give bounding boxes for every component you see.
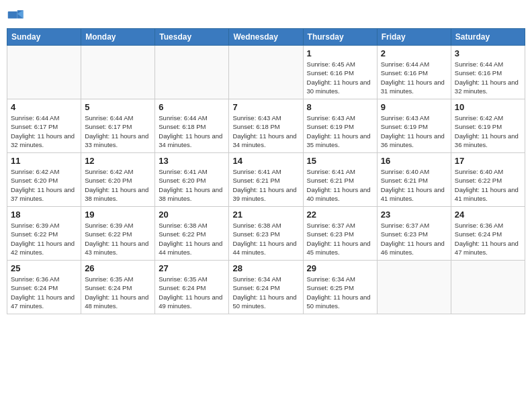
week-row-1: 1Sunrise: 6:45 AM Sunset: 6:16 PM Daylig…: [7, 46, 525, 99]
logo-icon: [7, 7, 26, 26]
day-info: Sunrise: 6:36 AM Sunset: 6:24 PM Dayligh…: [11, 275, 77, 310]
calendar-cell: 13Sunrise: 6:41 AM Sunset: 6:20 PM Dayli…: [155, 153, 229, 207]
day-info: Sunrise: 6:45 AM Sunset: 6:16 PM Dayligh…: [307, 60, 373, 95]
calendar-cell: 23Sunrise: 6:37 AM Sunset: 6:23 PM Dayli…: [377, 207, 451, 261]
calendar-cell: 14Sunrise: 6:41 AM Sunset: 6:21 PM Dayli…: [229, 153, 303, 207]
calendar-cell: 4Sunrise: 6:44 AM Sunset: 6:17 PM Daylig…: [7, 99, 81, 153]
calendar-cell: 16Sunrise: 6:40 AM Sunset: 6:21 PM Dayli…: [377, 153, 451, 207]
calendar-cell: 6Sunrise: 6:44 AM Sunset: 6:18 PM Daylig…: [155, 99, 229, 153]
day-info: Sunrise: 6:37 AM Sunset: 6:23 PM Dayligh…: [381, 221, 447, 257]
calendar-cell: 11Sunrise: 6:42 AM Sunset: 6:20 PM Dayli…: [7, 153, 81, 207]
day-info: Sunrise: 6:42 AM Sunset: 6:20 PM Dayligh…: [11, 167, 77, 203]
calendar-cell: 20Sunrise: 6:38 AM Sunset: 6:22 PM Dayli…: [155, 207, 229, 261]
column-header-wednesday: Wednesday: [229, 29, 303, 46]
day-number: 9: [381, 102, 447, 112]
day-info: Sunrise: 6:41 AM Sunset: 6:20 PM Dayligh…: [159, 167, 225, 203]
calendar-cell: 18Sunrise: 6:39 AM Sunset: 6:22 PM Dayli…: [7, 207, 81, 261]
calendar-cell: 8Sunrise: 6:43 AM Sunset: 6:19 PM Daylig…: [303, 99, 377, 153]
day-info: Sunrise: 6:43 AM Sunset: 6:18 PM Dayligh…: [232, 113, 299, 149]
calendar-cell: 27Sunrise: 6:35 AM Sunset: 6:24 PM Dayli…: [155, 261, 229, 314]
day-info: Sunrise: 6:36 AM Sunset: 6:24 PM Dayligh…: [455, 221, 521, 257]
day-number: 20: [159, 210, 225, 220]
day-info: Sunrise: 6:40 AM Sunset: 6:22 PM Dayligh…: [455, 167, 521, 203]
day-info: Sunrise: 6:44 AM Sunset: 6:17 PM Dayligh…: [85, 113, 151, 149]
calendar-cell: [377, 261, 451, 314]
calendar-cell: 25Sunrise: 6:36 AM Sunset: 6:24 PM Dayli…: [7, 261, 81, 314]
day-info: Sunrise: 6:37 AM Sunset: 6:23 PM Dayligh…: [307, 221, 373, 257]
day-number: 18: [11, 210, 77, 220]
logo: [7, 7, 27, 26]
calendar-cell: [229, 46, 303, 99]
day-number: 28: [232, 263, 299, 273]
calendar-cell: [7, 46, 81, 99]
day-number: 24: [455, 210, 521, 220]
column-header-monday: Monday: [81, 29, 155, 46]
day-info: Sunrise: 6:44 AM Sunset: 6:18 PM Dayligh…: [159, 113, 225, 149]
day-info: Sunrise: 6:40 AM Sunset: 6:21 PM Dayligh…: [381, 167, 447, 203]
day-number: 4: [11, 102, 77, 112]
day-number: 2: [381, 48, 447, 58]
day-info: Sunrise: 6:44 AM Sunset: 6:17 PM Dayligh…: [11, 113, 77, 149]
day-info: Sunrise: 6:43 AM Sunset: 6:19 PM Dayligh…: [381, 113, 447, 149]
week-row-5: 25Sunrise: 6:36 AM Sunset: 6:24 PM Dayli…: [7, 261, 525, 314]
calendar-cell: 3Sunrise: 6:44 AM Sunset: 6:16 PM Daylig…: [451, 46, 525, 99]
day-number: 26: [85, 263, 151, 273]
day-info: Sunrise: 6:35 AM Sunset: 6:24 PM Dayligh…: [85, 275, 151, 310]
day-number: 6: [159, 102, 225, 112]
day-info: Sunrise: 6:35 AM Sunset: 6:24 PM Dayligh…: [159, 275, 225, 310]
day-info: Sunrise: 6:39 AM Sunset: 6:22 PM Dayligh…: [85, 221, 151, 257]
calendar-cell: 9Sunrise: 6:43 AM Sunset: 6:19 PM Daylig…: [377, 99, 451, 153]
day-info: Sunrise: 6:42 AM Sunset: 6:20 PM Dayligh…: [85, 167, 151, 203]
day-info: Sunrise: 6:44 AM Sunset: 6:16 PM Dayligh…: [381, 60, 447, 95]
header: [7, 7, 525, 26]
day-number: 27: [159, 263, 225, 273]
day-number: 23: [381, 210, 447, 220]
calendar-cell: 17Sunrise: 6:40 AM Sunset: 6:22 PM Dayli…: [451, 153, 525, 207]
day-number: 25: [11, 263, 77, 273]
day-info: Sunrise: 6:42 AM Sunset: 6:19 PM Dayligh…: [455, 113, 521, 149]
day-number: 1: [307, 48, 373, 58]
day-info: Sunrise: 6:34 AM Sunset: 6:24 PM Dayligh…: [232, 275, 299, 310]
calendar-cell: 2Sunrise: 6:44 AM Sunset: 6:16 PM Daylig…: [377, 46, 451, 99]
day-info: Sunrise: 6:43 AM Sunset: 6:19 PM Dayligh…: [307, 113, 373, 149]
calendar-cell: 19Sunrise: 6:39 AM Sunset: 6:22 PM Dayli…: [81, 207, 155, 261]
day-number: 13: [159, 156, 225, 166]
week-row-4: 18Sunrise: 6:39 AM Sunset: 6:22 PM Dayli…: [7, 207, 525, 261]
day-info: Sunrise: 6:38 AM Sunset: 6:23 PM Dayligh…: [232, 221, 299, 257]
calendar-cell: 29Sunrise: 6:34 AM Sunset: 6:25 PM Dayli…: [303, 261, 377, 314]
day-number: 16: [381, 156, 447, 166]
calendar-header: SundayMondayTuesdayWednesdayThursdayFrid…: [7, 29, 525, 46]
day-info: Sunrise: 6:39 AM Sunset: 6:22 PM Dayligh…: [11, 221, 77, 257]
day-number: 12: [85, 156, 151, 166]
calendar-cell: [155, 46, 229, 99]
day-number: 15: [307, 156, 373, 166]
day-number: 17: [455, 156, 521, 166]
calendar-cell: 24Sunrise: 6:36 AM Sunset: 6:24 PM Dayli…: [451, 207, 525, 261]
calendar-cell: 7Sunrise: 6:43 AM Sunset: 6:18 PM Daylig…: [229, 99, 303, 153]
day-number: 8: [307, 102, 373, 112]
calendar-body: 1Sunrise: 6:45 AM Sunset: 6:16 PM Daylig…: [7, 46, 525, 314]
column-header-saturday: Saturday: [451, 29, 525, 46]
day-number: 7: [232, 102, 299, 112]
day-info: Sunrise: 6:44 AM Sunset: 6:16 PM Dayligh…: [455, 60, 521, 95]
week-row-3: 11Sunrise: 6:42 AM Sunset: 6:20 PM Dayli…: [7, 153, 525, 207]
calendar-cell: 15Sunrise: 6:41 AM Sunset: 6:21 PM Dayli…: [303, 153, 377, 207]
day-info: Sunrise: 6:41 AM Sunset: 6:21 PM Dayligh…: [307, 167, 373, 203]
day-number: 11: [11, 156, 77, 166]
calendar-cell: 22Sunrise: 6:37 AM Sunset: 6:23 PM Dayli…: [303, 207, 377, 261]
calendar-cell: 1Sunrise: 6:45 AM Sunset: 6:16 PM Daylig…: [303, 46, 377, 99]
day-info: Sunrise: 6:34 AM Sunset: 6:25 PM Dayligh…: [307, 275, 373, 310]
column-header-thursday: Thursday: [303, 29, 377, 46]
header-row: SundayMondayTuesdayWednesdayThursdayFrid…: [7, 29, 525, 46]
calendar-cell: [81, 46, 155, 99]
day-number: 5: [85, 102, 151, 112]
day-number: 29: [307, 263, 373, 273]
day-info: Sunrise: 6:38 AM Sunset: 6:22 PM Dayligh…: [159, 221, 225, 257]
day-number: 3: [455, 48, 521, 58]
column-header-sunday: Sunday: [7, 29, 81, 46]
calendar-cell: 5Sunrise: 6:44 AM Sunset: 6:17 PM Daylig…: [81, 99, 155, 153]
day-number: 21: [232, 210, 299, 220]
day-number: 19: [85, 210, 151, 220]
day-number: 14: [232, 156, 299, 166]
calendar-cell: 10Sunrise: 6:42 AM Sunset: 6:19 PM Dayli…: [451, 99, 525, 153]
